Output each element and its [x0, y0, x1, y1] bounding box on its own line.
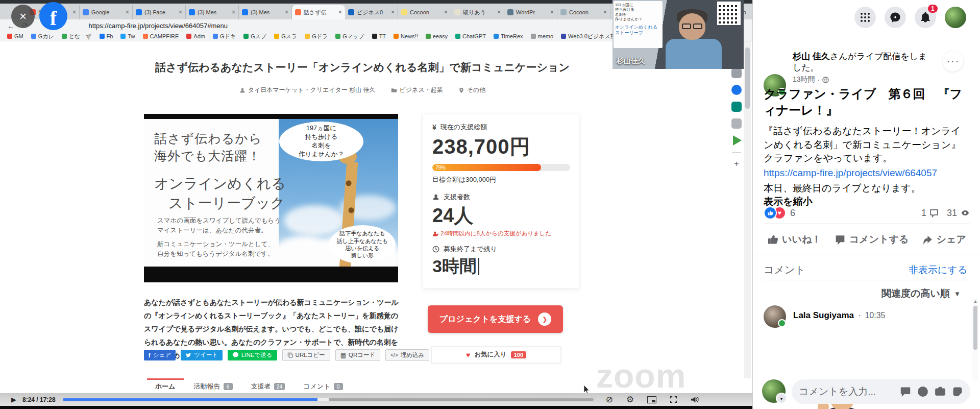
browser-tab[interactable]: Cocoon ×	[557, 5, 610, 19]
tab-close-icon[interactable]: ×	[285, 9, 288, 16]
favorite-button[interactable]: ♥ お気に入り 100	[431, 346, 561, 363]
bookmark-item[interactable]: Gカレ	[31, 33, 54, 40]
project-tab[interactable]: 活動報告 6	[186, 378, 241, 393]
qr-code-button[interactable]: ▦ QRコード	[335, 349, 381, 361]
facebook-share-button[interactable]: f シェア	[144, 350, 176, 360]
comment-count[interactable]: 1	[921, 208, 926, 219]
sticker-icon[interactable]	[952, 386, 963, 397]
comments-scrollbar-thumb[interactable]	[973, 306, 977, 350]
scroll-up-icon[interactable]: ▲	[972, 299, 978, 304]
bookmark-item[interactable]: Gドラ	[305, 33, 328, 40]
bookmark-item[interactable]: News!!	[394, 33, 418, 39]
like-reaction-icon[interactable]	[764, 206, 777, 220]
sidebar-gray-app-icon[interactable]	[731, 118, 742, 129]
support-project-button[interactable]: プロジェクトを支援する ❯	[428, 305, 563, 333]
tab-close-icon[interactable]: ×	[72, 9, 76, 16]
project-author[interactable]: タイ日本マーケット・クリエイター 杉山 佳久	[239, 86, 376, 94]
view-count[interactable]: 31	[947, 208, 957, 219]
bookmark-item[interactable]: Tw	[120, 33, 135, 39]
page-scrollbar[interactable]	[744, 41, 751, 378]
apps-menu-button[interactable]	[854, 7, 876, 28]
browser-tab[interactable]: ビジネス0 ×	[345, 5, 398, 19]
comment-input[interactable]: コメントを入力...	[792, 379, 970, 404]
bookmark-item[interactable]: Gスプ	[243, 33, 266, 40]
bookmark-item[interactable]: Web3.0ビジネス部	[561, 33, 616, 40]
notifications-button[interactable]: 1	[915, 7, 936, 28]
browser-tab[interactable]: 話さず伝 ×	[292, 5, 345, 19]
project-tab[interactable]: コメント 0	[295, 378, 351, 393]
tab-close-icon[interactable]: ×	[444, 9, 448, 16]
profile-avatar[interactable]	[945, 7, 966, 28]
tab-close-icon[interactable]: ×	[550, 9, 554, 16]
post-time[interactable]: 13時間	[793, 75, 815, 84]
comment-button[interactable]: コメントする	[835, 233, 909, 246]
emoji-icon[interactable]	[917, 386, 928, 397]
tweet-button[interactable]: ツイート	[181, 350, 223, 360]
tab-close-icon[interactable]: ×	[179, 9, 182, 16]
browser-tab[interactable]: (3) Mes ×	[186, 5, 239, 19]
project-hero-image[interactable]: 話さず伝わるから 海外でも大活躍！ オンラインめくれる ストーリーブック スマホ…	[144, 114, 398, 282]
project-tab[interactable]: ホーム	[147, 378, 184, 393]
video-seek-bar[interactable]	[63, 398, 594, 401]
browser-tab[interactable]: WordPr ×	[504, 5, 557, 19]
sidebar-teal-app-icon[interactable]	[731, 102, 742, 112]
pip-icon[interactable]	[647, 396, 656, 403]
comments-off-icon[interactable]: ⊘	[606, 394, 613, 405]
bookmark-item[interactable]: Adm	[186, 33, 205, 39]
project-category[interactable]: ビジネス・起業	[391, 86, 443, 94]
bookmark-item[interactable]: TimeRex	[494, 33, 523, 39]
project-tab[interactable]: 支援者 24	[243, 378, 293, 393]
comments-scrollbar[interactable]: ▲	[972, 299, 978, 380]
browser-tab[interactable]: Google ×	[80, 5, 133, 19]
settings-gear-icon[interactable]: ⚙	[626, 394, 634, 405]
volume-icon[interactable]	[691, 396, 699, 403]
bookmark-item[interactable]: ChatGPT	[455, 33, 486, 39]
scrollbar-thumb[interactable]	[745, 47, 750, 109]
bookmark-item[interactable]: Gマップ	[335, 33, 364, 40]
post-more-button[interactable]: ···	[943, 51, 963, 71]
like-button[interactable]: いいね！	[768, 233, 821, 246]
bookmark-item[interactable]: CAMPFIRE	[143, 33, 179, 39]
camera-icon[interactable]	[935, 386, 946, 397]
tab-close-icon[interactable]: ×	[126, 9, 129, 16]
fullscreen-icon[interactable]	[670, 396, 677, 403]
comment-sort-dropdown[interactable]: 関連度の高い順 ▼	[881, 287, 961, 300]
share-button[interactable]: シェア	[922, 233, 966, 246]
embed-button[interactable]: </> 埋め込み	[385, 349, 429, 361]
play-icon[interactable]: ▶	[11, 396, 16, 403]
bookmark-item[interactable]: memo	[531, 33, 554, 39]
commenter-avatar[interactable]	[764, 305, 786, 328]
sidebar-blue-app-icon[interactable]	[731, 85, 742, 95]
post-link[interactable]: https://camp-fire.jp/projects/view/66405…	[764, 167, 937, 179]
bookmark-item[interactable]: Gドキ	[213, 33, 236, 40]
reaction-count[interactable]: 6	[790, 208, 795, 219]
tab-close-icon[interactable]: ×	[603, 9, 607, 16]
bookmark-item[interactable]: Gスラ	[274, 33, 297, 40]
browser-tab[interactable]: Cocoon ×	[398, 5, 451, 19]
tab-close-icon[interactable]: ×	[391, 9, 395, 16]
browser-tab[interactable]: (3) Mes ×	[239, 5, 292, 19]
seek-bar-handle[interactable]	[317, 398, 329, 401]
post-author-name[interactable]: 杉山 佳久	[793, 52, 830, 61]
url-text[interactable]: https://camp-fire.jp/projects/view/66405…	[89, 22, 228, 30]
sidebar-add-icon[interactable]: +	[731, 159, 742, 170]
bookmark-item[interactable]: Fb	[100, 33, 113, 39]
tab-close-icon[interactable]: ×	[232, 9, 235, 16]
line-share-button[interactable]: LINEで送る	[228, 350, 277, 360]
hide-comments-button[interactable]: 非表示にする	[909, 263, 967, 277]
close-video-button[interactable]: ×	[11, 5, 35, 28]
sidebar-profile-icon[interactable]	[731, 68, 742, 78]
bookmark-item[interactable]: eeasy	[426, 33, 448, 39]
bookmark-item[interactable]: とな一ず	[62, 33, 92, 40]
project-location[interactable]: その他	[458, 86, 486, 94]
tab-close-icon[interactable]: ×	[338, 9, 342, 16]
sidebar-green-play-icon[interactable]	[731, 135, 742, 146]
browser-tab[interactable]: 取りあう ×	[451, 5, 504, 19]
gif-icon[interactable]	[900, 386, 911, 397]
comment-time[interactable]: 10:35	[865, 311, 885, 320]
messenger-button[interactable]	[885, 7, 906, 28]
browser-tab[interactable]: (3) Face ×	[133, 5, 186, 19]
url-copy-button[interactable]: URLコピー	[282, 349, 330, 361]
bookmark-item[interactable]: GM	[7, 33, 23, 39]
commenter-name[interactable]: Lala Sugiyama	[793, 310, 854, 321]
